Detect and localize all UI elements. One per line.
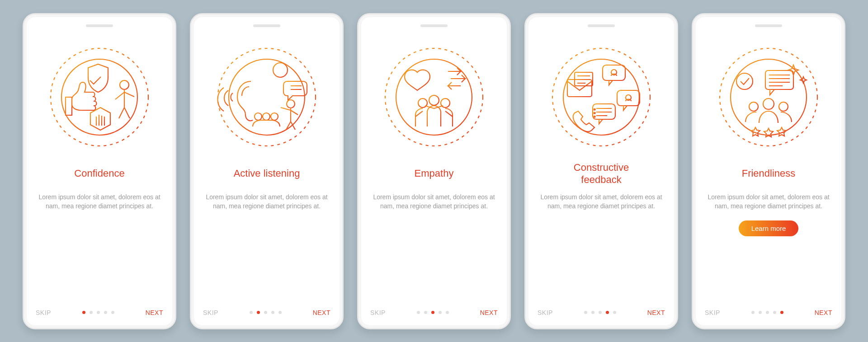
onboarding-footer: SKIP NEXT (36, 300, 163, 316)
phone-speaker (588, 24, 615, 27)
svg-point-13 (429, 95, 439, 105)
onboarding-screen: Friendliness Lorem ipsum dolor sit amet,… (692, 13, 845, 329)
next-button[interactable]: NEXT (647, 309, 665, 316)
svg-point-10 (385, 48, 483, 146)
screen-title: Constructive feedback (574, 162, 629, 186)
dot[interactable] (271, 311, 274, 314)
dot[interactable] (417, 311, 420, 314)
dot[interactable] (431, 311, 434, 314)
learn-more-button[interactable]: Learn more (739, 220, 799, 236)
dot[interactable] (584, 311, 587, 314)
screen-title: Empathy (415, 162, 454, 186)
dot[interactable] (446, 311, 449, 314)
dot[interactable] (751, 311, 755, 314)
pagination-dots (250, 311, 282, 314)
dot[interactable] (111, 311, 114, 314)
svg-point-4 (229, 59, 305, 135)
next-button[interactable]: NEXT (480, 309, 498, 316)
screen-title: Active listening (234, 162, 300, 186)
pagination-dots (417, 311, 449, 314)
dot[interactable] (773, 311, 776, 314)
onboarding-screen: Constructive feedback Lorem ipsum dolor … (524, 13, 678, 329)
friendliness-icon (717, 45, 821, 149)
dot[interactable] (759, 311, 762, 314)
dot[interactable] (278, 311, 282, 314)
phone-speaker (253, 24, 280, 27)
dot[interactable] (439, 311, 442, 314)
confidence-icon (47, 45, 151, 149)
next-button[interactable]: NEXT (815, 309, 832, 316)
svg-rect-17 (567, 80, 592, 97)
pagination-dots (751, 311, 783, 314)
svg-point-26 (594, 116, 595, 117)
screen-description: Lorem ipsum dolor sit amet, dolorem eos … (36, 192, 163, 211)
skip-button[interactable]: SKIP (36, 309, 51, 316)
skip-button[interactable]: SKIP (538, 309, 553, 316)
active-listening-icon (215, 45, 319, 149)
screen-description: Lorem ipsum dolor sit amet, dolorem eos … (370, 192, 498, 211)
svg-point-27 (720, 48, 817, 146)
svg-point-31 (749, 102, 758, 111)
onboarding-screen: Active listening Lorem ipsum dolor sit a… (190, 13, 344, 329)
feedback-icon (549, 45, 653, 149)
dot[interactable] (82, 311, 85, 314)
svg-point-3 (218, 48, 316, 146)
pagination-dots (82, 311, 114, 314)
screen-title: Friendliness (742, 162, 796, 186)
skip-button[interactable]: SKIP (705, 309, 720, 316)
next-button[interactable]: NEXT (313, 309, 330, 316)
svg-point-9 (271, 113, 278, 120)
onboarding-footer: SKIP NEXT (705, 300, 832, 316)
pagination-dots (584, 311, 616, 314)
dot[interactable] (424, 311, 427, 314)
svg-rect-19 (603, 65, 625, 80)
dot[interactable] (766, 311, 769, 314)
dot[interactable] (599, 311, 602, 314)
svg-point-24 (594, 108, 595, 110)
dot[interactable] (780, 311, 783, 314)
dot[interactable] (104, 311, 107, 314)
dot[interactable] (606, 311, 609, 314)
onboarding-footer: SKIP NEXT (538, 300, 665, 316)
svg-point-2 (120, 80, 129, 89)
screen-description: Lorem ipsum dolor sit amet, dolorem eos … (203, 192, 330, 211)
screen-title: Confidence (74, 162, 124, 186)
skip-button[interactable]: SKIP (203, 309, 218, 316)
dot[interactable] (591, 311, 594, 314)
screen-description: Lorem ipsum dolor sit amet, dolorem eos … (705, 192, 832, 211)
svg-point-8 (263, 113, 270, 120)
phone-speaker (755, 24, 782, 27)
svg-rect-30 (765, 70, 793, 89)
svg-rect-21 (617, 90, 640, 106)
onboarding-screen: Empathy Lorem ipsum dolor sit amet, dolo… (357, 13, 511, 329)
next-button[interactable]: NEXT (146, 309, 163, 316)
dot[interactable] (613, 311, 616, 314)
phone-speaker (420, 24, 448, 27)
svg-point-15 (552, 48, 650, 146)
svg-point-25 (594, 112, 595, 113)
svg-point-6 (287, 100, 295, 108)
screen-description: Lorem ipsum dolor sit amet, dolorem eos … (538, 192, 665, 211)
onboarding-screen: Confidence Lorem ipsum dolor sit amet, d… (23, 13, 176, 329)
onboarding-footer: SKIP NEXT (203, 300, 330, 316)
phone-speaker (86, 24, 113, 27)
dot[interactable] (250, 311, 253, 314)
dot[interactable] (264, 311, 267, 314)
svg-point-7 (255, 113, 262, 120)
skip-button[interactable]: SKIP (370, 309, 386, 316)
empathy-icon (382, 45, 486, 149)
dot[interactable] (257, 311, 260, 314)
dot[interactable] (97, 311, 100, 314)
svg-point-33 (779, 102, 788, 111)
onboarding-footer: SKIP NEXT (370, 300, 498, 316)
dot[interactable] (90, 311, 93, 314)
svg-point-32 (763, 98, 774, 109)
svg-point-29 (736, 73, 753, 89)
